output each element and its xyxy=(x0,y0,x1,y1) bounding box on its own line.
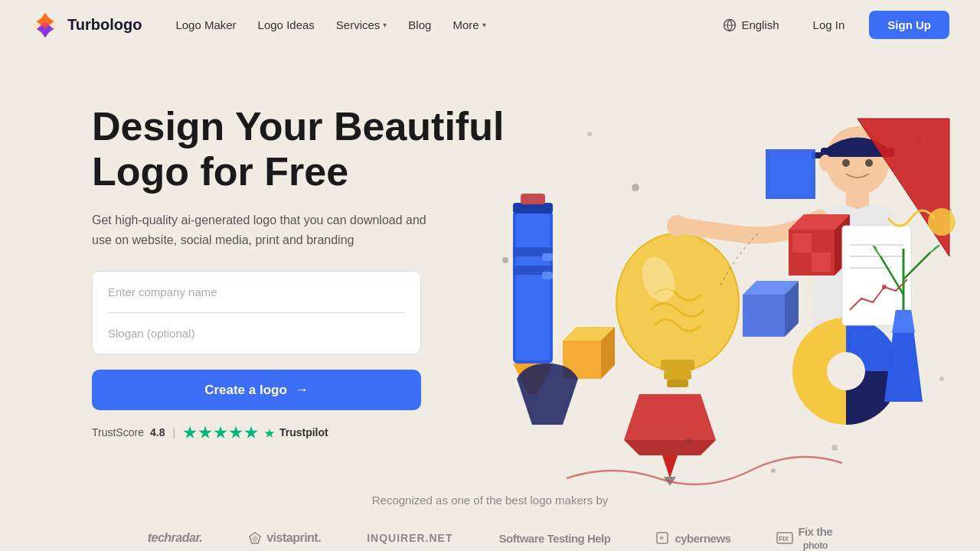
arrow-right-icon: → xyxy=(295,382,309,398)
svg-marker-69 xyxy=(252,535,258,542)
trustpilot-row: TrustScore 4.8 | Trustpilot xyxy=(92,425,504,439)
brand-logo-cybernews: cybernews xyxy=(656,532,730,545)
hero-content: Design Your Beautiful Logo for Free Get … xyxy=(92,104,504,440)
hero-subtitle: Get high-quality ai-generated logo that … xyxy=(92,210,444,249)
svg-rect-37 xyxy=(769,153,812,195)
services-chevron-icon: ▾ xyxy=(383,21,387,29)
svg-point-30 xyxy=(865,159,873,167)
svg-rect-12 xyxy=(661,360,694,370)
svg-point-31 xyxy=(819,155,831,171)
brand-logo-link[interactable]: Turbologo xyxy=(31,11,142,40)
slogan-input[interactable] xyxy=(93,313,420,354)
svg-rect-20 xyxy=(542,253,553,261)
signup-button[interactable]: Sign Up xyxy=(869,11,949,39)
nav-logo-maker[interactable]: Logo Maker xyxy=(166,12,245,37)
illustration-svg xyxy=(475,73,980,509)
svg-point-33 xyxy=(667,215,688,236)
svg-point-66 xyxy=(771,468,776,473)
svg-rect-25 xyxy=(521,194,545,204)
brand-logo-softtest: Software Testing Help xyxy=(498,532,610,545)
brand-logo-inquirer: INQUIRER.NET xyxy=(367,532,452,544)
star-5 xyxy=(244,425,258,439)
svg-marker-62 xyxy=(662,455,678,478)
turbologo-icon xyxy=(31,11,60,40)
globe-icon xyxy=(723,18,737,32)
svg-marker-2 xyxy=(265,429,275,438)
svg-point-52 xyxy=(882,285,887,289)
svg-rect-13 xyxy=(664,370,691,380)
svg-point-9 xyxy=(587,132,592,136)
trustpilot-stars xyxy=(183,425,258,439)
nav-blog[interactable]: Blog xyxy=(399,12,440,37)
svg-rect-14 xyxy=(667,380,688,387)
svg-rect-41 xyxy=(792,233,812,253)
brand-name: Turbologo xyxy=(67,16,142,34)
nav-right: English Log In Sign Up xyxy=(714,11,949,39)
company-name-input[interactable] xyxy=(93,272,420,312)
svg-point-64 xyxy=(632,184,639,191)
svg-rect-21 xyxy=(542,272,553,279)
hero-illustration xyxy=(475,73,980,509)
navbar: Turbologo Logo Maker Logo Ideas Services… xyxy=(0,0,980,50)
hero-section: Design Your Beautiful Logo for Free Get … xyxy=(0,50,980,478)
brand-logo-vistaprint: vistaprint. xyxy=(248,531,321,545)
star-1 xyxy=(183,425,197,439)
create-logo-button[interactable]: Create a logo → xyxy=(92,370,421,410)
svg-point-56 xyxy=(928,208,956,236)
nav-logo-ideas[interactable]: Logo Ideas xyxy=(249,12,324,37)
star-2 xyxy=(198,425,212,439)
svg-text:FIX: FIX xyxy=(779,535,789,543)
login-button[interactable]: Log In xyxy=(801,12,858,37)
brand-logo-techradar: techradar. xyxy=(148,531,202,545)
svg-marker-60 xyxy=(624,394,716,440)
svg-point-67 xyxy=(686,437,692,443)
svg-marker-61 xyxy=(624,440,716,455)
logo-form xyxy=(92,271,421,354)
svg-rect-42 xyxy=(812,253,831,272)
svg-point-65 xyxy=(831,445,838,451)
svg-rect-17 xyxy=(516,214,550,360)
svg-point-8 xyxy=(939,377,944,381)
star-3 xyxy=(214,425,227,439)
trustpilot-logo: Trustpilot xyxy=(264,426,328,439)
language-selector[interactable]: English xyxy=(714,12,788,38)
brand-logo-fixphoto: FIX Fix thephoto xyxy=(776,525,832,551)
hero-title: Design Your Beautiful Logo for Free xyxy=(92,104,504,196)
svg-point-29 xyxy=(842,159,850,167)
nav-services[interactable]: Services ▾ xyxy=(327,12,397,37)
svg-point-47 xyxy=(827,352,865,390)
star-4 xyxy=(229,425,243,439)
more-chevron-icon: ▾ xyxy=(482,21,486,29)
svg-rect-24 xyxy=(513,203,553,214)
svg-rect-43 xyxy=(743,295,785,337)
brand-logos: techradar. vistaprint. INQUIRER.NET Soft… xyxy=(31,525,949,551)
nav-more[interactable]: More ▾ xyxy=(443,12,495,37)
nav-links: Logo Maker Logo Ideas Services ▾ Blog Mo… xyxy=(166,12,714,37)
